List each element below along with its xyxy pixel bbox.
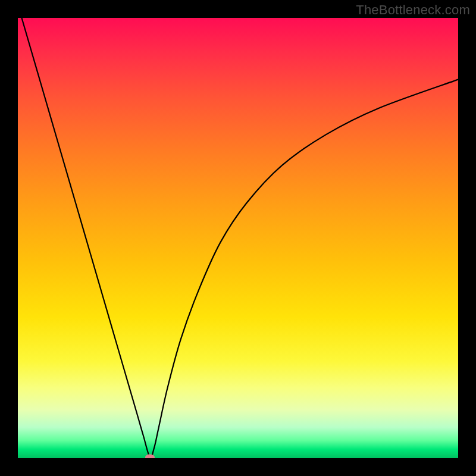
optimum-marker [145,455,155,458]
curve-svg [18,18,458,458]
bottleneck-curve [18,18,458,458]
chart-frame: TheBottleneck.com [0,0,476,476]
watermark-text: TheBottleneck.com [356,2,470,18]
plot-area [18,18,458,458]
